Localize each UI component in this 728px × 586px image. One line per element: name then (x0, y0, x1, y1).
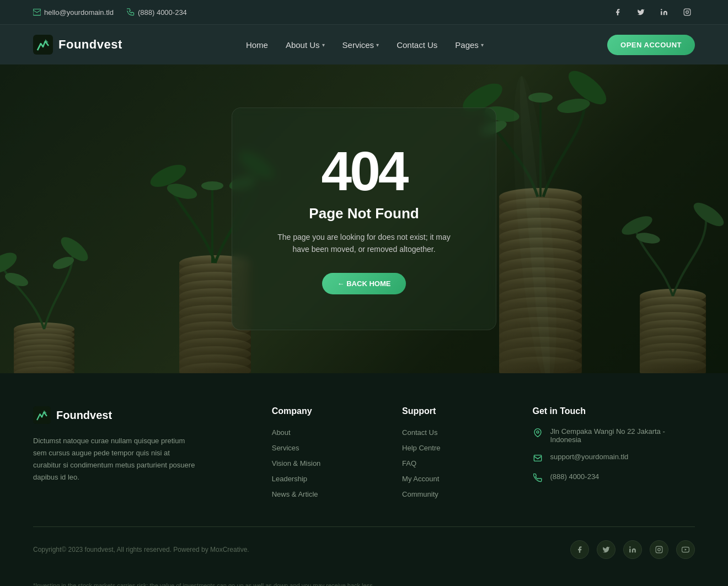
footer-link-services[interactable]: Services (272, 444, 299, 452)
footer-link-help[interactable]: Help Centre (402, 444, 440, 452)
footer-link-faq[interactable]: FAQ (402, 459, 416, 467)
logo-text: Foundvest (58, 37, 122, 52)
svg-point-84 (537, 431, 539, 433)
footer-disclaimer: *Investing in the stock markets carries … (33, 572, 386, 586)
footer-facebook-link[interactable] (570, 540, 589, 559)
footer-description: Dictumst natoque curae nullam quisque pr… (33, 435, 199, 483)
footer-email: support@yourdomain.tld (532, 453, 695, 464)
svg-marker-90 (685, 549, 687, 551)
footer-company-col: Company About Services Vision & Mision L… (272, 406, 380, 504)
topbar: hello@yourdomain.tld (888) 4000-234 (0, 0, 728, 25)
footer-address: Jln Cempaka Wangi No 22 Jakarta - Indone… (532, 427, 695, 444)
footer-link-account[interactable]: My Account (402, 475, 439, 483)
footer-twitter-link[interactable] (597, 540, 615, 559)
footer-support-links: Contact Us Help Centre FAQ My Account Co… (402, 427, 510, 499)
svg-rect-82 (33, 406, 51, 424)
footer-link-vision[interactable]: Vision & Mision (272, 459, 321, 467)
address-text: Jln Cempaka Wangi No 22 Jakarta - Indone… (550, 427, 695, 444)
footer-support-heading: Support (402, 406, 510, 416)
error-description: The page you are looking for does not ex… (276, 231, 452, 256)
svg-point-88 (658, 549, 661, 551)
open-account-button[interactable]: OPEN ACCOUNT (607, 35, 695, 55)
facebook-topbar-link[interactable] (610, 4, 625, 20)
about-chevron: ▾ (322, 42, 325, 48)
logo[interactable]: Foundvest (33, 35, 122, 55)
footer-link-news[interactable]: News & Article (272, 490, 318, 498)
svg-rect-2 (684, 9, 690, 15)
footer-brand: Foundvest Dictumst natoque curae nullam … (33, 406, 250, 504)
footer-youtube-link[interactable] (676, 540, 695, 559)
map-pin-icon (532, 427, 543, 438)
footer-copyright: Copyright© 2023 foundvest, All rights re… (33, 546, 249, 553)
nav-links: Home About Us ▾ Services ▾ Contact Us Pa… (246, 27, 484, 63)
nav-services[interactable]: Services ▾ (342, 27, 379, 63)
footer-linkedin-link[interactable] (623, 540, 642, 559)
footer: Foundvest Dictumst natoque curae nullam … (0, 373, 728, 586)
nav-pages[interactable]: Pages ▾ (455, 27, 484, 63)
twitter-topbar-link[interactable] (633, 4, 649, 20)
phone-icon-footer (532, 472, 543, 483)
nav-home[interactable]: Home (246, 27, 268, 63)
back-home-button[interactable]: ← BACK HOME (322, 273, 406, 294)
footer-link-community[interactable]: Community (402, 490, 438, 498)
error-code: 404 (276, 143, 452, 198)
pages-chevron: ▾ (481, 42, 484, 48)
footer-support-col: Support Contact Us Help Centre FAQ My Ac… (402, 406, 510, 504)
topbar-contact: hello@yourdomain.tld (888) 4000-234 (33, 8, 187, 17)
footer-contact-heading: Get in Touch (532, 406, 695, 416)
footer-link-about[interactable]: About (272, 428, 291, 437)
mail-icon-footer (532, 453, 543, 464)
svg-point-3 (686, 11, 689, 14)
svg-point-1 (661, 9, 662, 10)
error-title: Page Not Found (276, 205, 452, 222)
footer-company-heading: Company (272, 406, 380, 416)
linkedin-topbar-link[interactable] (656, 4, 672, 20)
instagram-topbar-link[interactable] (679, 4, 695, 20)
svg-rect-0 (33, 9, 41, 15)
svg-rect-5 (33, 35, 53, 55)
footer-bottom: Copyright© 2023 foundvest, All rights re… (33, 527, 695, 572)
phone-icon (127, 8, 135, 16)
footer-logo: Foundvest (33, 406, 250, 424)
nav-about[interactable]: About Us ▾ (286, 27, 325, 63)
footer-instagram-link[interactable] (650, 540, 668, 559)
navbar: Foundvest Home About Us ▾ Services ▾ Con… (0, 25, 728, 64)
footer-company-links: About Services Vision & Mision Leadershi… (272, 427, 380, 499)
svg-point-86 (629, 546, 630, 547)
footer-phone: (888) 4000-234 (532, 472, 695, 483)
svg-point-89 (661, 547, 661, 548)
footer-logo-text: Foundvest (56, 409, 112, 422)
email-icon (33, 8, 41, 16)
phone-text: (888) 4000-234 (550, 472, 599, 481)
svg-rect-85 (534, 455, 542, 461)
svg-point-4 (689, 10, 689, 10)
topbar-email: hello@yourdomain.tld (33, 8, 114, 17)
footer-contact-col: Get in Touch Jln Cempaka Wangi No 22 Jak… (532, 406, 695, 504)
logo-icon (33, 35, 53, 55)
hero-section: /* generated below */ (0, 64, 728, 373)
footer-link-leadership[interactable]: Leadership (272, 475, 307, 483)
services-chevron: ▾ (376, 42, 379, 48)
footer-socials (570, 540, 695, 559)
svg-rect-87 (656, 546, 662, 553)
footer-top: Foundvest Dictumst natoque curae nullam … (33, 406, 695, 527)
topbar-phone: (888) 4000-234 (127, 8, 187, 17)
footer-link-contact[interactable]: Contact Us (402, 428, 437, 437)
email-text: support@yourdomain.tld (550, 453, 628, 461)
footer-logo-icon (33, 406, 51, 424)
nav-contact[interactable]: Contact Us (397, 27, 437, 63)
error-card: 404 Page Not Found The page you are look… (232, 107, 496, 331)
topbar-socials (610, 4, 695, 20)
